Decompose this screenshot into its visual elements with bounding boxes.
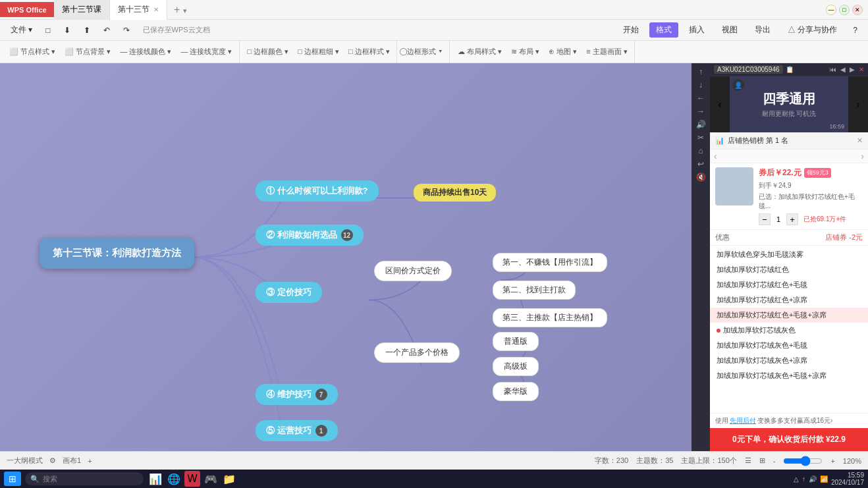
taskbar-notify-icon[interactable]: △ <box>794 475 799 483</box>
line-width-btn[interactable]: — 连接线宽度 ▾ <box>176 45 236 58</box>
layout-btn[interactable]: ≋ 布局 ▾ <box>507 45 543 58</box>
theme-btn[interactable]: ≡ 主题画面 ▾ <box>582 45 632 58</box>
menu-new[interactable]: □ <box>40 24 55 37</box>
side-left-icon[interactable]: ← <box>697 94 705 103</box>
menu-file[interactable]: 文件 ▾ <box>5 22 38 38</box>
taskbar-icon-wps[interactable]: W <box>184 471 200 487</box>
option-item-7[interactable]: 加绒加厚软灯芯绒灰色+凉席 <box>710 353 868 368</box>
menu-start[interactable]: 开始 <box>616 22 645 38</box>
tab-2[interactable]: 第十三节 ✕ <box>110 0 167 20</box>
node-1-child-1[interactable]: 商品持续出售10天 <box>414 184 496 202</box>
notif-prev[interactable]: ◀ <box>840 66 846 73</box>
side-down-icon[interactable]: ↓ <box>699 80 703 90</box>
notif-prev-prev[interactable]: ⏮ <box>830 66 836 73</box>
side-home-icon[interactable]: ⌂ <box>698 146 703 155</box>
option-item-4-highlighted[interactable]: 加绒加厚软灯芯绒红色+毛毯+凉席 <box>710 308 868 323</box>
menu-print[interactable]: ⬆ <box>78 24 95 37</box>
share-button[interactable]: △ 分享与协作 <box>781 22 844 38</box>
saved-status: 已保存至WPS云文档 <box>143 25 210 35</box>
qty-plus-btn[interactable]: + <box>786 213 798 225</box>
border-color-btn[interactable]: □ 边框颜色 ▾ <box>244 45 293 58</box>
taskbar-network-icon[interactable]: 📶 <box>820 475 828 483</box>
node-3[interactable]: ③ 定价技巧 <box>256 282 322 303</box>
taskbar-up-icon[interactable]: ↑ <box>802 475 805 483</box>
notif-close[interactable]: ✕ <box>859 66 864 73</box>
shop-close-icon[interactable]: ✕ <box>857 136 863 145</box>
node-3-child-2-a[interactable]: 普通版 <box>493 332 539 351</box>
menu-redo[interactable]: ↷ <box>118 24 135 37</box>
menu-save[interactable]: ⬇ <box>59 24 76 37</box>
chat-image-subtitle: 耐用更耐批 可机洗 <box>762 109 817 119</box>
side-right-icon[interactable]: → <box>697 107 705 116</box>
node-4[interactable]: ④ 维护技巧 7 <box>256 384 338 405</box>
node-3-child-1-a[interactable]: 第一、不赚钱【用作引流】 <box>493 253 607 272</box>
maximize-button[interactable]: □ <box>839 5 850 15</box>
menu-undo[interactable]: ↶ <box>98 24 115 37</box>
option-item-8[interactable]: 加绒加厚软灯芯绒灰色+毛毯+凉席 <box>710 368 868 383</box>
border-style-btn[interactable]: □ 边框样式 ▾ <box>344 45 394 58</box>
option-item-6[interactable]: 加绒加厚软灯芯绒灰色+毛毯 <box>710 338 868 353</box>
side-return-icon[interactable]: ↩ <box>697 159 704 169</box>
node-1[interactable]: ① 什么时候可以上利润款? <box>256 180 379 202</box>
start-button[interactable]: ⊞ <box>4 472 21 486</box>
taskbar-search[interactable]: 🔍 搜索 <box>25 472 144 485</box>
option-item-3[interactable]: 加绒加厚软灯芯绒红色+凉席 <box>710 292 868 308</box>
node-3-child-2-b[interactable]: 高级坂 <box>493 357 539 376</box>
menu-insert[interactable]: 插入 <box>682 22 711 38</box>
tab-1[interactable]: 第十三节课 <box>54 0 110 20</box>
menu-format[interactable]: 格式 <box>649 22 678 38</box>
node-3-child-1-b[interactable]: 第二、找到主打款 <box>493 281 576 300</box>
node-bg-btn[interactable]: ⬜ 节点背景 ▾ <box>61 45 115 58</box>
map-btn[interactable]: ⊕ 地图 ▾ <box>545 45 581 58</box>
zoom-in-btn[interactable]: + <box>830 457 834 465</box>
image-prev-btn[interactable]: ‹ <box>710 76 730 132</box>
notif-next[interactable]: ▶ <box>850 66 855 73</box>
side-scissors-icon[interactable]: ✂ <box>697 133 704 142</box>
zoom-out-btn[interactable]: - <box>773 457 776 465</box>
side-up-icon[interactable]: ↑ <box>699 67 703 76</box>
add-tab-button[interactable]: + ▾ <box>167 4 194 16</box>
shop-next-btn[interactable]: › <box>861 151 864 161</box>
option-item-1[interactable]: 加绒加厚软灯芯绒红色 <box>710 262 868 277</box>
buy-button[interactable]: 0元下单，确认收货后付款 ¥22.9 <box>710 428 868 451</box>
canvas-area[interactable]: 第十三节课：利润款打造方法 ① 什么时候可以上利润款? 商品持续出售10天 ② … <box>0 63 692 451</box>
qty-minus-btn[interactable]: − <box>759 213 771 225</box>
taskbar-volume-icon[interactable]: 🔊 <box>809 475 817 483</box>
taskbar-icon-web[interactable]: 🌐 <box>166 471 182 487</box>
node-3-child-2[interactable]: 一个产品多个价格 <box>374 342 460 363</box>
node-3-child-1[interactable]: 区间价方式定价 <box>374 261 452 281</box>
side-mute-icon[interactable]: 🔇 <box>696 173 706 182</box>
border-form-btn[interactable]: ⃝ 边框形式 ▾ <box>401 45 447 58</box>
node-2[interactable]: ② 利润款如何选品 12 <box>256 225 364 246</box>
list-icon[interactable]: ☰ <box>745 456 751 465</box>
close-button[interactable]: ✕ <box>852 5 863 15</box>
taskbar-icon-chart[interactable]: 📊 <box>148 471 163 487</box>
layout-style-btn[interactable]: ☁ 布局样式 ▾ <box>454 45 506 58</box>
shop-prev-btn[interactable]: ‹ <box>714 151 717 161</box>
node-style-btn[interactable]: ⬜ 节点样式 ▾ <box>5 45 59 58</box>
option-item-2[interactable]: 加绒加厚软灯芯绒红色+毛毯 <box>710 277 868 292</box>
node-5[interactable]: ⑤ 运营技巧 1 <box>256 420 338 441</box>
taskbar-icon-folder[interactable]: 📁 <box>221 471 237 487</box>
option-item-0[interactable]: 加厚软绒色穿头加毛毯淡雾 <box>710 247 868 262</box>
help-button[interactable]: ? <box>848 24 863 37</box>
grid-icon[interactable]: ⊞ <box>759 456 765 465</box>
minimize-button[interactable]: — <box>826 5 836 15</box>
root-node[interactable]: 第十三节课：利润款打造方法 <box>40 238 194 269</box>
menu-export[interactable]: 导出 <box>748 22 777 38</box>
settings-icon[interactable]: ⚙ <box>49 456 56 465</box>
add-canvas-btn[interactable]: + <box>88 457 92 465</box>
border-width-btn[interactable]: □ 边框粗细 ▾ <box>294 45 343 58</box>
option-item-5[interactable]: 加绒加厚软灯芯绒灰色 <box>710 323 868 338</box>
line-color-btn[interactable]: — 连接线颜色 ▾ <box>116 45 175 58</box>
tab-close-icon[interactable]: ✕ <box>153 6 159 13</box>
zoom-slider[interactable] <box>783 456 823 466</box>
menu-view[interactable]: 视图 <box>715 22 744 38</box>
qty-value: 1 <box>773 215 784 223</box>
node-3-child-1-c[interactable]: 第三、主推款【店主热销】 <box>493 308 607 327</box>
side-volume-icon[interactable]: 🔊 <box>696 120 706 129</box>
taskbar-icon-game[interactable]: 🎮 <box>203 471 219 487</box>
node-3-child-2-c[interactable]: 豪华版 <box>493 382 539 401</box>
coupon-link[interactable]: 先用后付 <box>730 416 756 425</box>
image-next-btn[interactable]: › <box>848 76 868 132</box>
